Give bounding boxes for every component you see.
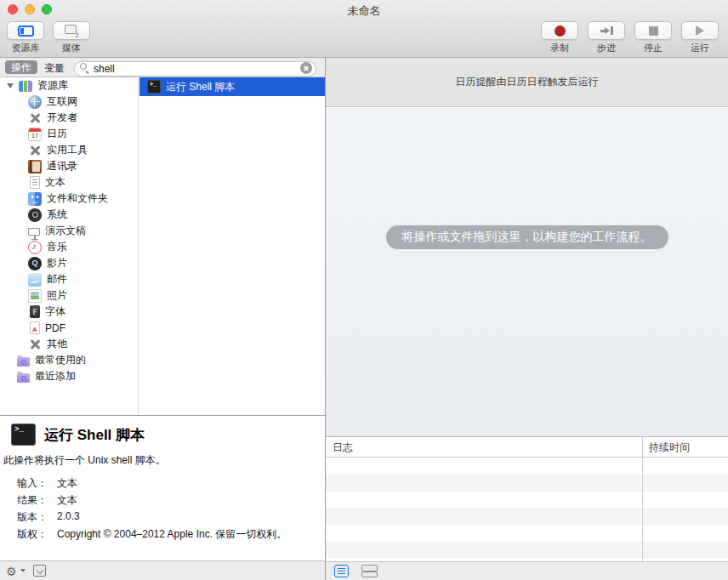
action-title: 运行 Shell 脚本: [44, 425, 145, 445]
sidebar-item-movies[interactable]: 影片: [0, 255, 138, 271]
font-book-icon: [30, 305, 40, 318]
sidebar-item-fonts[interactable]: 字体: [0, 304, 138, 320]
description-header: 运行 Shell 脚本: [11, 424, 325, 446]
globe-icon: [28, 95, 42, 109]
sidebar-item-utilities[interactable]: 实用工具: [0, 142, 138, 158]
address-book-icon: [28, 160, 42, 173]
chevron-down-icon: [20, 569, 26, 572]
sidebar-item-music[interactable]: 音乐: [0, 239, 138, 255]
sidebar-item-presentations[interactable]: 演示文稿: [0, 223, 138, 239]
sidebar-item-internet[interactable]: 互联网: [0, 94, 138, 110]
log-column-divider[interactable]: [642, 437, 643, 562]
sidebar-item-recently-added[interactable]: 最近添加: [0, 368, 138, 384]
panes-view-icon[interactable]: [361, 565, 376, 577]
log-column-header[interactable]: 日志: [333, 441, 353, 455]
sidebar-item-label: 影片: [47, 256, 67, 270]
automator-window: 未命名 资源库 媒体 录制 步进 停止 运行 操作 变量: [0, 0, 728, 580]
action-description-panel: 运行 Shell 脚本 此操作将执行一个 Unix shell 脚本。 输入： …: [0, 416, 325, 560]
crossed-tools-icon: [28, 111, 42, 125]
step-button[interactable]: [588, 21, 625, 40]
info-row-copyright: 版权： Copyright © 2004–2012 Apple Inc. 保留一…: [3, 526, 287, 543]
action-summary: 此操作将执行一个 Unix shell 脚本。: [3, 453, 325, 468]
tab-actions[interactable]: 操作: [5, 60, 37, 74]
gear-icon: ⚙: [6, 565, 17, 578]
system-gear-icon: [28, 208, 42, 222]
terminal-icon: [11, 424, 36, 446]
crossed-tools-icon: [28, 144, 42, 157]
tab-variables[interactable]: 变量: [44, 61, 65, 76]
sidebar-item-library[interactable]: 资源库: [0, 77, 138, 94]
info-row-version: 版本： 2.0.3: [3, 509, 287, 526]
run-button[interactable]: [681, 21, 719, 40]
sidebar-item-developer[interactable]: 开发者: [0, 110, 138, 126]
stop-button-label: 停止: [628, 42, 679, 54]
sidebar-item-photos[interactable]: 照片: [0, 287, 138, 304]
stop-button[interactable]: [634, 21, 672, 40]
sidebar-item-label: 系统: [47, 208, 67, 222]
workflow-canvas[interactable]: 将操作或文件拖到这里，以构建您的工作流程。: [326, 108, 728, 436]
library-sidebar: 资源库 互联网 开发者 日历 实用工具 通讯录 文本 文件和文件夹: [0, 77, 139, 415]
media-button[interactable]: [53, 21, 90, 40]
clear-search-icon[interactable]: [300, 62, 312, 74]
sidebar-item-system[interactable]: 系统: [0, 207, 138, 223]
library-toggle-button[interactable]: [7, 21, 44, 40]
sidebar-item-contacts[interactable]: 通讯录: [0, 158, 138, 174]
info-value: 文本: [57, 492, 287, 509]
search-icon: [80, 63, 87, 70]
run-icon: [696, 26, 704, 36]
library-books-icon: [19, 81, 32, 92]
log-rows: [326, 458, 728, 561]
search-input[interactable]: [74, 61, 316, 77]
info-label: 版本：: [3, 509, 57, 526]
sidebar-item-label: 文件和文件夹: [47, 191, 108, 206]
sidebar-item-label: 最常使用的: [35, 353, 86, 367]
mail-icon: [28, 273, 42, 287]
right-status-bar: [326, 561, 728, 580]
sidebar-item-label: 演示文稿: [45, 224, 86, 238]
info-label: 输入：: [3, 475, 57, 492]
calendar-icon: [28, 128, 42, 141]
finder-icon: [28, 192, 42, 206]
sidebar-item-label: 开发者: [47, 111, 77, 125]
window-chrome: 未命名 资源库 媒体 录制 步进 停止 运行: [0, 0, 728, 58]
smart-folder-icon: [17, 357, 30, 367]
info-label: 结果：: [3, 492, 57, 509]
info-row-input: 输入： 文本: [3, 475, 287, 492]
disclosure-triangle-icon[interactable]: [7, 83, 14, 88]
sidebar-item-text[interactable]: 文本: [0, 174, 138, 190]
sidebar-item-most-used[interactable]: 最常使用的: [0, 352, 138, 368]
sidebar-item-files-folders[interactable]: 文件和文件夹: [0, 190, 138, 207]
run-button-label: 运行: [674, 42, 725, 54]
presentation-icon: [28, 228, 40, 236]
result-run-shell-script[interactable]: 运行 Shell 脚本: [139, 77, 325, 96]
sidebar-item-label: 日历: [47, 127, 67, 141]
workflow-trigger-header: 日历提醒由日历日程触发后运行: [326, 58, 728, 107]
media-button-label: 媒体: [46, 42, 97, 54]
sidebar-item-label: 实用工具: [47, 143, 88, 157]
info-value: 2.0.3: [57, 509, 287, 526]
log-view-icon[interactable]: [334, 565, 349, 577]
action-gear-menu[interactable]: ⚙: [6, 564, 28, 578]
music-note-icon: [28, 241, 42, 254]
description-panel-toggle[interactable]: [33, 565, 46, 577]
photos-icon: [28, 289, 42, 303]
window-title: 未命名: [0, 3, 728, 19]
duration-column-header[interactable]: 持续时间: [649, 441, 690, 455]
action-results-list: 运行 Shell 脚本: [139, 77, 325, 415]
record-button[interactable]: [541, 21, 578, 40]
log-table-header: 日志 持续时间: [326, 437, 728, 458]
library-sidebar-icon: [18, 26, 34, 37]
sidebar-item-pdf[interactable]: PDF: [0, 320, 138, 336]
sidebar-item-label: 其他: [47, 337, 67, 351]
sidebar-item-other[interactable]: 其他: [0, 336, 138, 352]
record-button-label: 录制: [534, 42, 585, 54]
sidebar-item-calendar[interactable]: 日历: [0, 126, 138, 142]
text-document-icon: [30, 176, 40, 189]
sidebar-item-mail[interactable]: 邮件: [0, 271, 138, 287]
library-button-label: 资源库: [0, 42, 51, 54]
stop-icon: [649, 26, 658, 36]
sidebar-item-label: 互联网: [47, 94, 77, 109]
sidebar-item-label: 邮件: [47, 272, 67, 287]
left-status-bar: ⚙: [0, 560, 325, 580]
action-info-table: 输入： 文本 结果： 文本 版本： 2.0.3 版权： Copyright © …: [3, 475, 287, 543]
